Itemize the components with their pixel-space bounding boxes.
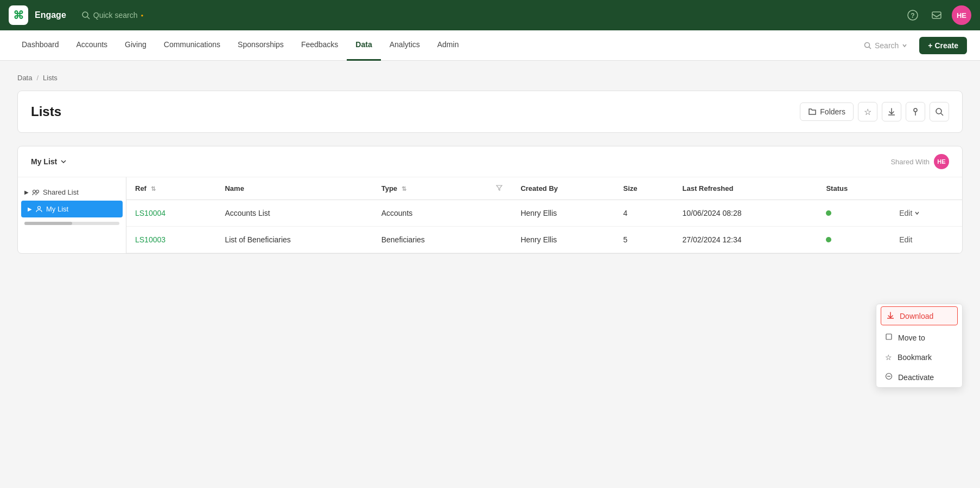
cell-action-1: Edit xyxy=(890,227,962,253)
svg-text:?: ? xyxy=(911,12,914,20)
search-icon xyxy=(81,11,90,20)
nav-item-accounts[interactable]: Accounts xyxy=(68,30,117,61)
svg-point-13 xyxy=(36,190,39,192)
list-body: ▶ Shared List ▶ My List xyxy=(18,177,962,253)
shared-avatar: HE xyxy=(934,154,949,169)
star-button[interactable]: ☆ xyxy=(858,102,877,121)
collapse-arrow: ▶ xyxy=(28,206,32,212)
ref-link-1[interactable]: LS10003 xyxy=(135,235,166,244)
svg-point-10 xyxy=(936,108,941,114)
status-dot-0 xyxy=(826,210,831,216)
quick-search-bar[interactable]: Quick search ● xyxy=(81,11,898,20)
table-row: LS10004 Accounts List Accounts Henry Ell… xyxy=(126,200,962,227)
edit-button-1[interactable]: Edit xyxy=(899,235,912,244)
cell-refreshed-1: 27/02/2024 12:34 xyxy=(674,227,818,253)
col-name: Name xyxy=(216,177,372,200)
cell-filter-0 xyxy=(487,200,512,227)
col-action xyxy=(890,177,962,200)
breadcrumb: Data / Lists xyxy=(17,74,963,82)
edit-button-0[interactable]: Edit xyxy=(899,209,920,217)
cell-filter-1 xyxy=(487,227,512,253)
table-panel: Ref ⇅ Name Type ⇅ xyxy=(126,177,962,253)
status-dot-1 xyxy=(826,237,831,242)
ref-link-0[interactable]: LS10004 xyxy=(135,209,166,217)
shared-with: Shared With HE xyxy=(890,154,949,169)
shared-icon xyxy=(32,189,40,196)
nav-items: Dashboard Accounts Giving Communications… xyxy=(13,30,858,61)
lists-table: Ref ⇅ Name Type ⇅ xyxy=(126,177,962,253)
app-name: Engage xyxy=(35,10,66,20)
svg-line-11 xyxy=(941,113,943,115)
list-header: My List Shared With HE xyxy=(18,146,962,177)
page-title: Lists xyxy=(31,104,61,119)
user-icon xyxy=(35,206,43,213)
breadcrumb-data[interactable]: Data xyxy=(17,74,32,82)
my-list-label: My List xyxy=(31,157,57,166)
page-header: Lists Folders ☆ xyxy=(17,91,963,133)
cell-ref-1: LS10003 xyxy=(126,227,216,253)
cell-size-0: 4 xyxy=(615,200,674,227)
col-filter[interactable] xyxy=(487,177,512,200)
chevron-down-edit-0 xyxy=(914,210,920,216)
search-button[interactable]: Search xyxy=(858,38,913,53)
nav-item-feedbacks[interactable]: Feedbacks xyxy=(292,30,347,61)
cell-refreshed-0: 10/06/2024 08:28 xyxy=(674,200,818,227)
header-actions: Folders ☆ xyxy=(800,102,949,121)
user-avatar-button[interactable]: HE xyxy=(952,5,971,25)
type-sort-icon[interactable]: ⇅ xyxy=(402,185,406,192)
ref-sort-icon[interactable]: ⇅ xyxy=(151,185,156,192)
cell-action-0: Edit xyxy=(890,200,962,227)
chevron-down-icon xyxy=(60,158,67,165)
tree-item-my-list[interactable]: ▶ My List xyxy=(21,201,123,217)
folders-button[interactable]: Folders xyxy=(800,102,854,121)
col-type: Type ⇅ xyxy=(373,177,487,200)
tree-panel: ▶ Shared List ▶ My List xyxy=(18,177,126,253)
nav-item-giving[interactable]: Giving xyxy=(116,30,155,61)
tree-scrollbar[interactable] xyxy=(24,222,119,225)
nav-item-admin[interactable]: Admin xyxy=(429,30,468,61)
nav-item-dashboard[interactable]: Dashboard xyxy=(13,30,68,61)
inbox-button[interactable] xyxy=(928,7,945,24)
folder-icon xyxy=(808,107,817,116)
help-button[interactable]: ? xyxy=(904,7,921,24)
list-section: My List Shared With HE ▶ xyxy=(17,146,963,254)
logo-icon: ⌘ xyxy=(13,9,24,22)
breadcrumb-separator: / xyxy=(36,74,39,82)
search-label: Search xyxy=(875,41,899,50)
col-status: Status xyxy=(817,177,890,200)
svg-point-0 xyxy=(82,12,88,17)
folders-label: Folders xyxy=(820,107,845,116)
nav-item-sponsorships[interactable]: Sponsorships xyxy=(229,30,292,61)
top-bar: ⌘ Engage Quick search ● ? HE xyxy=(0,0,980,30)
cell-created-by-0: Henry Ellis xyxy=(512,200,614,227)
col-size: Size xyxy=(615,177,674,200)
cell-status-1 xyxy=(817,227,890,253)
nav-item-data[interactable]: Data xyxy=(347,30,380,61)
search-table-button[interactable] xyxy=(930,102,949,121)
svg-point-12 xyxy=(33,190,36,192)
nav-item-analytics[interactable]: Analytics xyxy=(381,30,429,61)
my-list-button[interactable]: My List xyxy=(31,157,67,166)
col-created-by: Created By xyxy=(512,177,614,200)
cell-ref-0: LS10004 xyxy=(126,200,216,227)
svg-point-14 xyxy=(38,206,41,209)
nav-item-communications[interactable]: Communications xyxy=(155,30,229,61)
logo-box: ⌘ xyxy=(9,5,28,25)
create-button[interactable]: + Create xyxy=(919,37,967,54)
expand-arrow: ▶ xyxy=(24,189,29,195)
download-icon xyxy=(887,107,896,116)
cell-size-1: 5 xyxy=(615,227,674,253)
quick-search-label: Quick search xyxy=(93,11,138,20)
tree-item-shared-list[interactable]: ▶ Shared List xyxy=(18,184,126,201)
search-table-icon xyxy=(935,107,944,116)
shared-list-label: Shared List xyxy=(43,188,79,196)
shared-with-label: Shared With xyxy=(890,158,930,166)
table-row: LS10003 List of Beneficiaries Beneficiar… xyxy=(126,227,962,253)
col-last-refreshed: Last Refreshed xyxy=(674,177,818,200)
nav-right: Search + Create xyxy=(858,37,967,54)
col-ref: Ref ⇅ xyxy=(126,177,216,200)
pin-button[interactable] xyxy=(906,102,925,121)
download-toolbar-button[interactable] xyxy=(882,102,901,121)
create-label: + Create xyxy=(928,41,958,50)
svg-point-5 xyxy=(864,42,869,47)
